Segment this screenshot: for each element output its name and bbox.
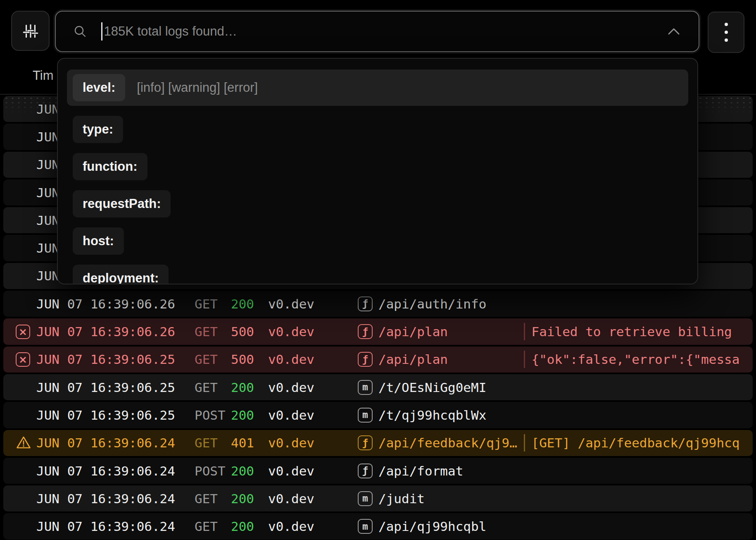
log-host: v0.dev [268, 408, 358, 423]
log-timestamp: JUN 07 16:39:06.26 [36, 324, 195, 339]
log-path: /api/format [378, 464, 463, 478]
log-path: /api/auth/info [378, 296, 486, 311]
function-icon: ƒ [358, 464, 378, 478]
log-timestamp: JUN 07 16:39:06.25 [36, 380, 195, 395]
log-method: GET [195, 435, 231, 450]
message-divider [524, 351, 525, 368]
log-path: /api/qj99hcqbl [378, 519, 486, 534]
message-divider [524, 434, 525, 452]
log-host: v0.dev [268, 352, 358, 367]
log-method: GET [195, 519, 231, 534]
log-status: 500 [231, 324, 268, 339]
log-search-input[interactable] [104, 24, 658, 39]
log-timestamp: JUN 07 16:39:06.25 [36, 352, 195, 367]
function-icon: ƒ [358, 324, 378, 339]
message-divider [524, 323, 525, 340]
log-status: 200 [231, 408, 268, 423]
log-message: Failed to retrieve billing [532, 324, 756, 339]
log-host: v0.dev [268, 519, 358, 534]
log-status: 200 [231, 491, 268, 506]
log-message: [GET] /api/feedback/qj99hcq [532, 435, 756, 450]
log-host: v0.dev [268, 464, 358, 478]
log-row[interactable]: JUN 07 16:39:06.25 POST 200 v0.dev m /t/… [0, 401, 756, 429]
filter-button[interactable] [11, 11, 50, 51]
log-row[interactable]: JUN 07 16:39:06.24 GET 200 v0.dev m /jud… [0, 485, 756, 512]
log-method: GET [195, 380, 231, 395]
log-status: 401 [231, 435, 268, 450]
log-row[interactable]: JUN 07 16:39:06.25 GET 200 v0.dev m /t/O… [0, 373, 756, 401]
log-timestamp: JUN 07 16:39:06.24 [36, 435, 195, 450]
log-path: /api/feedback/qj9… [378, 435, 524, 450]
search-bar[interactable] [55, 11, 699, 52]
log-host: v0.dev [268, 435, 358, 450]
log-path: /api/plan [378, 352, 524, 367]
log-status: 200 [231, 464, 268, 478]
middleware-icon: m [358, 519, 378, 534]
log-row[interactable]: JUN 07 16:39:06.24 GET 200 v0.dev m /api… [0, 512, 756, 540]
kebab-icon [725, 23, 728, 26]
log-host: v0.dev [268, 296, 358, 311]
log-row[interactable]: JUN 07 16:39:06.24 POST 200 v0.dev ƒ /ap… [0, 457, 756, 485]
function-icon: ƒ [358, 296, 378, 311]
filter-suggestions-dropdown: level: [info] [warning] [error] type: fu… [57, 58, 698, 284]
log-host: v0.dev [268, 380, 358, 395]
log-row[interactable]: JUN 07 16:39:06.26 GET 200 v0.dev ƒ /api… [0, 290, 756, 318]
log-method: GET [195, 324, 231, 339]
log-method: GET [195, 491, 231, 506]
level-icon-slot: × [0, 352, 36, 367]
suggestion-level-hint: [info] [warning] [error] [137, 80, 258, 95]
log-method: GET [195, 352, 231, 367]
suggestion-request-path[interactable]: requestPath: [73, 190, 171, 217]
log-method: POST [195, 408, 231, 423]
level-icon-slot [0, 435, 36, 451]
suggestion-level[interactable]: level: [info] [warning] [error] [67, 69, 688, 106]
log-row-warning[interactable]: JUN 07 16:39:06.24 GET 401 v0.dev ƒ /api… [0, 429, 756, 457]
more-options-button[interactable] [708, 12, 744, 53]
log-status: 200 [231, 296, 268, 311]
log-path: /judit [378, 491, 425, 506]
log-timestamp: JUN 07 16:39:06.24 [36, 519, 195, 534]
suggestion-level-pill[interactable]: level: [73, 74, 125, 101]
level-icon-slot: × [0, 325, 36, 339]
log-host: v0.dev [268, 491, 358, 506]
log-status: 200 [231, 380, 268, 395]
log-timestamp: JUN 07 16:39:06.24 [36, 464, 195, 478]
log-row-error[interactable]: × JUN 07 16:39:06.25 GET 500 v0.dev ƒ /a… [0, 346, 756, 373]
text-caret [101, 22, 102, 41]
log-path: /t/qj99hcqblWx [378, 408, 486, 423]
suggestion-deployment[interactable]: deployment: [73, 265, 169, 284]
sliders-icon [21, 22, 40, 41]
log-status: 500 [231, 352, 268, 367]
suggestion-function[interactable]: function: [73, 153, 147, 180]
log-message: {"ok":false,"error":{"messa [532, 352, 756, 367]
log-path: /t/OEsNiGg0eMI [378, 380, 486, 395]
middleware-icon: m [358, 380, 378, 395]
log-timestamp: JUN 07 16:39:06.24 [36, 491, 195, 506]
log-host: v0.dev [268, 324, 358, 339]
log-row-error[interactable]: × JUN 07 16:39:06.26 GET 500 v0.dev ƒ /a… [0, 318, 756, 345]
error-icon: × [16, 325, 30, 339]
suggestion-host[interactable]: host: [73, 227, 124, 255]
function-icon: ƒ [358, 435, 378, 450]
middleware-icon: m [358, 491, 378, 506]
warning-icon [16, 435, 31, 451]
chevron-up-icon[interactable] [666, 26, 682, 37]
log-status: 200 [231, 519, 268, 534]
log-timestamp: JUN 07 16:39:06.25 [36, 408, 195, 423]
logs-viewer: Tim JUN JUN JUN JUN JUN JUN JUN JUN 07 1… [0, 0, 756, 540]
time-column-header: Tim [33, 68, 54, 83]
error-icon: × [16, 352, 30, 367]
function-icon: ƒ [358, 352, 378, 367]
search-icon [73, 24, 87, 38]
log-path: /api/plan [378, 324, 524, 339]
log-timestamp: JUN 07 16:39:06.26 [36, 296, 195, 311]
middleware-icon: m [358, 408, 378, 423]
suggestion-type[interactable]: type: [73, 116, 123, 143]
log-method: POST [195, 464, 231, 478]
log-method: GET [195, 296, 231, 311]
